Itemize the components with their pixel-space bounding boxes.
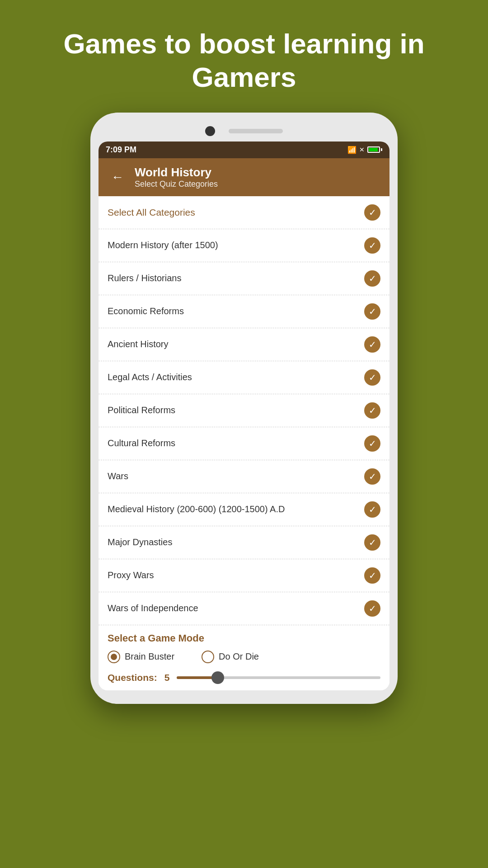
- check-circle-11: [364, 567, 380, 584]
- category-item-7[interactable]: Cultural Reforms: [99, 427, 389, 460]
- category-label-4: Ancient History: [108, 339, 169, 349]
- app-header: ← World History Select Quiz Categories: [99, 158, 389, 196]
- game-mode-section: Select a Game Mode Brain Buster Do Or Di…: [99, 625, 389, 668]
- check-symbol-4: [369, 339, 376, 350]
- check-symbol-1: [369, 240, 376, 251]
- title-line2: Gamers: [192, 61, 296, 93]
- category-label-8: Wars: [108, 471, 128, 481]
- brain-buster-label: Brain Buster: [125, 651, 174, 662]
- check-circle-3: [364, 303, 380, 320]
- do-or-die-label: Do Or Die: [219, 651, 259, 662]
- back-button[interactable]: ←: [108, 168, 127, 186]
- phone-notch: [99, 126, 389, 136]
- header-subtitle: Select Quiz Categories: [135, 179, 218, 189]
- radio-outer-dod: [202, 651, 214, 663]
- slider-container[interactable]: [177, 676, 380, 679]
- category-label-10: Major Dynasties: [108, 537, 172, 547]
- check-symbol-7: [369, 438, 376, 449]
- wifi-icon: 📶: [347, 146, 357, 154]
- category-item-9[interactable]: Medieval History (200-600) (1200-1500) A…: [99, 493, 389, 526]
- page-background: Games to boost learning in Gamers 7:09 P…: [0, 0, 488, 704]
- category-item-1[interactable]: Modern History (after 1500): [99, 229, 389, 262]
- category-label-3: Economic Reforms: [108, 306, 184, 316]
- status-icons: 📶 ✕: [347, 146, 382, 154]
- check-circle-5: [364, 369, 380, 386]
- x-icon: ✕: [359, 146, 365, 153]
- category-label-6: Political Reforms: [108, 405, 175, 415]
- check-circle-8: [364, 468, 380, 485]
- category-item-12[interactable]: Wars of Independence: [99, 592, 389, 625]
- phone-camera: [205, 126, 215, 136]
- radio-outer-brain: [108, 651, 120, 663]
- check-circle-10: [364, 534, 380, 551]
- category-item-11[interactable]: Proxy Wars: [99, 559, 389, 592]
- category-item-4[interactable]: Ancient History: [99, 328, 389, 361]
- header-title: World History: [135, 165, 218, 179]
- radio-brain-buster[interactable]: Brain Buster: [108, 651, 174, 663]
- category-label-5: Legal Acts / Activities: [108, 372, 192, 382]
- check-symbol-3: [369, 306, 376, 317]
- category-item-8[interactable]: Wars: [99, 460, 389, 493]
- questions-label: Questions:: [108, 672, 157, 683]
- check-symbol-2: [369, 273, 376, 284]
- check-symbol-0: [369, 207, 376, 218]
- status-bar: 7:09 PM 📶 ✕: [99, 142, 389, 158]
- title-line1: Games to boost learning in: [63, 28, 424, 59]
- slider-track: [177, 676, 380, 679]
- phone-screen: 7:09 PM 📶 ✕ ← Wo: [99, 142, 389, 690]
- battery-icon: [367, 146, 382, 153]
- questions-row: Questions: 5: [99, 668, 389, 690]
- background-title: Games to boost learning in Gamers: [0, 0, 488, 113]
- check-symbol-8: [369, 471, 376, 482]
- check-circle-0: [364, 204, 380, 221]
- category-label-2: Rulers / Historians: [108, 273, 181, 283]
- check-circle-6: [364, 402, 380, 419]
- questions-value: 5: [164, 672, 170, 683]
- check-circle-7: [364, 435, 380, 452]
- check-symbol-10: [369, 537, 376, 548]
- slider-thumb[interactable]: [211, 671, 224, 684]
- category-list: Select All CategoriesModern History (aft…: [99, 196, 389, 625]
- check-circle-9: [364, 501, 380, 518]
- check-circle-1: [364, 237, 380, 254]
- phone-container: 7:09 PM 📶 ✕ ← Wo: [90, 113, 398, 704]
- category-item-5[interactable]: Legal Acts / Activities: [99, 361, 389, 394]
- category-item-3[interactable]: Economic Reforms: [99, 295, 389, 328]
- category-label-12: Wars of Independence: [108, 603, 198, 613]
- status-time: 7:09 PM: [106, 145, 136, 155]
- check-symbol-9: [369, 504, 376, 515]
- header-text: World History Select Quiz Categories: [135, 165, 218, 189]
- category-item-6[interactable]: Political Reforms: [99, 394, 389, 427]
- radio-do-or-die[interactable]: Do Or Die: [202, 651, 259, 663]
- category-label-7: Cultural Reforms: [108, 438, 175, 448]
- check-symbol-5: [369, 372, 376, 383]
- check-symbol-6: [369, 405, 376, 416]
- category-item-0[interactable]: Select All Categories: [99, 196, 389, 229]
- category-label-11: Proxy Wars: [108, 570, 154, 580]
- category-item-2[interactable]: Rulers / Historians: [99, 262, 389, 295]
- check-circle-12: [364, 600, 380, 617]
- category-item-10[interactable]: Major Dynasties: [99, 526, 389, 559]
- check-circle-4: [364, 336, 380, 353]
- radio-inner-brain: [111, 654, 117, 660]
- game-mode-options: Brain Buster Do Or Die: [108, 651, 380, 663]
- game-mode-title: Select a Game Mode: [108, 632, 380, 644]
- phone-speaker: [229, 129, 283, 133]
- check-circle-2: [364, 270, 380, 287]
- check-symbol-11: [369, 570, 376, 581]
- category-label-9: Medieval History (200-600) (1200-1500) A…: [108, 504, 285, 514]
- category-label-0: Select All Categories: [108, 207, 195, 218]
- category-label-1: Modern History (after 1500): [108, 240, 218, 250]
- check-symbol-12: [369, 603, 376, 614]
